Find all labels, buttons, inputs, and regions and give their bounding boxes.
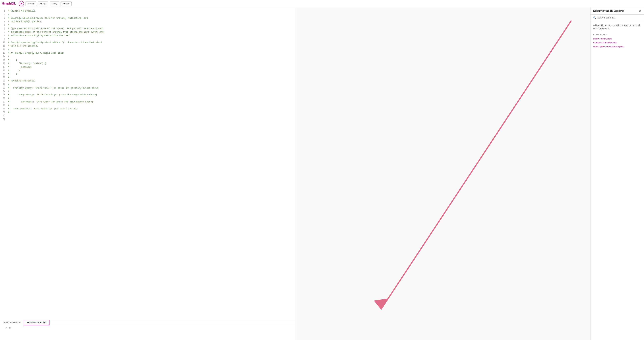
line-number: 9 [2,37,5,41]
line-number: 30 [2,111,5,114]
app-logo: GraphiQL [2,2,16,5]
line-number: 1 [2,10,5,13]
doc-type-label: mutation [593,41,602,44]
line-number: 10 [2,41,5,44]
doc-header: Documentation Explorer ✕ [590,8,644,15]
line-number: 2 [2,13,5,17]
doc-type-item[interactable]: query: AdminQuery [593,38,641,40]
bottom-code-content[interactable]: {} [9,326,12,339]
doc-body: A GraphQL schema provides a root type fo… [590,21,644,340]
merge-button[interactable]: Merge [38,1,48,6]
svg-marker-0 [21,3,22,5]
line-number: 4 [2,20,5,23]
doc-type-value[interactable]: AdminQuery [600,38,612,40]
code-editor: 1234567891011121314151617181920212223242… [0,8,295,320]
doc-type-item[interactable]: mutation: AdminMutation [593,41,641,44]
doc-type-value[interactable]: AdminSubscription [606,45,624,48]
left-panel: 1234567891011121314151617181920212223242… [0,8,295,340]
search-icon: 🔍 [593,16,596,19]
doc-search: 🔍 [590,15,644,21]
svg-marker-2 [374,298,388,309]
bottom-panel: QUERY VARIABLES REQUEST HEADERS 1 {} [0,320,295,340]
line-number: 25 [2,93,5,97]
doc-explorer: Documentation Explorer ✕ 🔍 A GraphQL sch… [590,8,644,340]
line-number: 21 [2,79,5,83]
copy-button[interactable]: Copy [50,1,59,6]
line-number: 32 [2,118,5,121]
bottom-content[interactable]: 1 {} [0,325,295,340]
code-content[interactable]: # Welcome to GraphiQL # # GraphiQL is an… [7,8,295,320]
root-types-label: ROOT TYPES [593,34,641,36]
line-number: 12 [2,48,5,51]
annotation-arrow [295,8,590,340]
bottom-line-num: 1 [2,326,8,330]
doc-type-value[interactable]: AdminMutation [602,41,617,44]
line-number: 3 [2,17,5,20]
play-icon [20,3,23,5]
doc-close-button[interactable]: ✕ [639,10,641,13]
doc-type-label: subscription [593,45,605,48]
line-number: 11 [2,44,5,48]
prettify-button[interactable]: Prettify [25,1,36,6]
run-button[interactable] [18,1,24,6]
bottom-tabs: QUERY VARIABLES REQUEST HEADERS [0,320,295,325]
tab-request-headers[interactable]: REQUEST HEADERS [24,320,49,325]
line-number: 20 [2,76,5,79]
response-area [295,8,590,340]
line-number: 31 [2,114,5,118]
line-number: 16 [2,62,5,65]
line-number: 8 [2,34,5,38]
main-content: 1234567891011121314151617181920212223242… [0,8,644,340]
svg-line-1 [381,21,571,309]
line-number: 14 [2,55,5,58]
line-number: 5 [2,23,5,27]
toolbar: GraphiQL Prettify Merge Copy History [0,0,644,8]
doc-type-label: query [593,38,599,40]
line-number: 28 [2,104,5,107]
line-number: 7 [2,30,5,34]
line-number: 19 [2,72,5,76]
editor-area[interactable]: 1234567891011121314151617181920212223242… [0,8,295,320]
line-number: 22 [2,83,5,86]
doc-description: A GraphQL schema provides a root type fo… [593,24,641,30]
line-number: 27 [2,100,5,104]
doc-type-list: query: AdminQuerymutation: AdminMutation… [593,38,641,48]
line-number: 17 [2,65,5,69]
tab-query-variables[interactable]: QUERY VARIABLES [0,320,24,325]
line-number: 23 [2,86,5,90]
history-button[interactable]: History [60,1,72,6]
line-number: 13 [2,51,5,55]
line-number: 26 [2,97,5,100]
search-input[interactable] [598,16,641,19]
line-number: 24 [2,90,5,93]
bottom-line-numbers: 1 [2,326,9,339]
doc-type-item[interactable]: subscription: AdminSubscription [593,45,641,48]
line-number: 18 [2,69,5,72]
doc-title: Documentation Explorer [593,10,624,13]
line-number: 29 [2,107,5,111]
line-numbers: 1234567891011121314151617181920212223242… [0,8,7,320]
line-number: 15 [2,58,5,62]
line-number: 6 [2,27,5,30]
